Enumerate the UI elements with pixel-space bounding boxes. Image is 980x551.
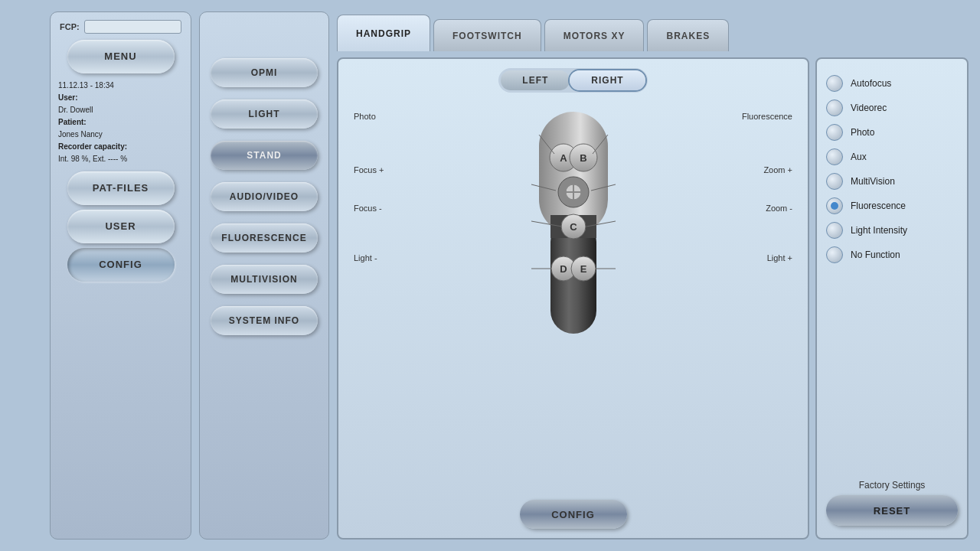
svg-text:C: C — [570, 221, 577, 233]
opmi-button[interactable]: OPMI — [211, 58, 318, 87]
factory-settings-label: Factory Settings — [826, 480, 958, 491]
audio-video-button[interactable]: AUDIO/VIDEO — [211, 182, 318, 211]
fluorescence-option[interactable]: Fluorescence — [826, 197, 958, 214]
light-intensity-option[interactable]: Light Intensity — [826, 222, 958, 239]
config-button[interactable]: CONFIG — [67, 248, 175, 282]
svg-text:D: D — [560, 263, 567, 275]
fcp-input[interactable] — [84, 20, 181, 34]
left-button[interactable]: LEFT — [501, 70, 570, 90]
tab-brakes[interactable]: BRAKES — [647, 19, 729, 51]
focus-minus-label: Focus - — [354, 204, 382, 213]
info-box: 11.12.13 - 18:34 User: Dr. Dowell Patien… — [58, 80, 183, 165]
left-sidebar: FCP: MENU 11.12.13 - 18:34 User: Dr. Dow… — [50, 11, 191, 540]
videorec-radio[interactable] — [826, 99, 843, 116]
aux-label: Aux — [851, 152, 867, 162]
no-function-option[interactable]: No Function — [826, 246, 958, 263]
user-button[interactable]: USER — [67, 210, 175, 243]
no-function-label: No Function — [851, 249, 900, 260]
multivision-label-fn: MultiVision — [851, 176, 895, 187]
multivision-button[interactable]: MULTIVISION — [211, 265, 318, 294]
light-button[interactable]: LIGHT — [211, 99, 318, 129]
aux-option[interactable]: Aux — [826, 148, 958, 165]
zoom-plus-label: Zoom + — [763, 165, 792, 174]
autofocus-radio[interactable] — [826, 75, 843, 92]
fcp-label: FCP: — [60, 22, 80, 31]
system-info-button[interactable]: SYSTEM INFO — [211, 306, 318, 335]
svg-text:A: A — [560, 152, 567, 164]
content-row: LEFT RIGHT Photo Fluorescence Focus + Zo… — [337, 57, 969, 540]
recorder-value: Int. 98 %, Ext. ---- % — [58, 153, 183, 165]
autofocus-label: Autofocus — [851, 78, 891, 89]
photo-radio[interactable] — [826, 124, 843, 141]
light-plus-label: Light + — [767, 253, 792, 262]
fluorescence-radio[interactable] — [826, 197, 843, 214]
fluorescence-button[interactable]: FLUORESCENCE — [211, 223, 318, 253]
tab-handgrip[interactable]: HANDGRIP — [337, 15, 430, 51]
light-intensity-radio[interactable] — [826, 222, 843, 239]
tab-motors-xy[interactable]: MOTORS XY — [544, 19, 645, 51]
no-function-radio[interactable] — [826, 246, 843, 263]
aux-radio[interactable] — [826, 148, 843, 165]
fluorescence-label-fn: Fluorescence — [851, 201, 906, 211]
videorec-option[interactable]: Videorec — [826, 99, 958, 116]
pat-files-button[interactable]: PAT-FILES — [67, 171, 175, 205]
remote-control: A B C — [524, 108, 623, 348]
multivision-option[interactable]: MultiVision — [826, 173, 958, 190]
focus-plus-label: Focus + — [354, 165, 384, 174]
handgrip-panel: LEFT RIGHT Photo Fluorescence Focus + Zo… — [337, 57, 809, 540]
recorder-label: Recorder capacity: — [58, 142, 127, 151]
main-area: HANDGRIP FOOTSWITCH MOTORS XY BRAKES LEF… — [337, 11, 969, 540]
patient-value: Jones Nancy — [58, 129, 183, 141]
photo-option[interactable]: Photo — [826, 124, 958, 141]
config-bottom-button[interactable]: CONFIG — [520, 500, 627, 529]
svg-text:E: E — [580, 263, 586, 275]
zoom-minus-label: Zoom - — [766, 204, 792, 213]
fcp-bar: FCP: — [60, 20, 181, 34]
lr-selector: LEFT RIGHT — [498, 68, 647, 93]
multivision-radio[interactable] — [826, 173, 843, 190]
autofocus-option[interactable]: Autofocus — [826, 75, 958, 92]
reset-button[interactable]: RESET — [826, 495, 958, 526]
function-panel: Autofocus Videorec Photo Aux MultiVision… — [815, 57, 969, 540]
mid-panel: OPMI LIGHT STAND AUDIO/VIDEO FLUORESCENC… — [199, 11, 329, 540]
patient-label: Patient: — [58, 118, 87, 126]
user-label: User: — [58, 93, 78, 102]
datetime: 11.12.13 - 18:34 — [58, 80, 183, 92]
stand-button[interactable]: STAND — [211, 141, 318, 170]
tab-footswitch[interactable]: FOOTSWITCH — [433, 19, 541, 51]
user-value: Dr. Dowell — [58, 104, 183, 116]
right-button[interactable]: RIGHT — [570, 70, 645, 90]
fluorescence-label: Fluorescence — [742, 112, 792, 121]
photo-label-fn: Photo — [851, 127, 874, 138]
videorec-label: Videorec — [851, 103, 887, 113]
menu-button[interactable]: MENU — [67, 40, 175, 73]
tabs-bar: HANDGRIP FOOTSWITCH MOTORS XY BRAKES — [337, 11, 969, 51]
photo-label: Photo — [354, 112, 376, 121]
light-intensity-label: Light Intensity — [851, 225, 907, 236]
svg-text:B: B — [580, 152, 586, 164]
diagram-area: Photo Fluorescence Focus + Zoom + Focus … — [338, 93, 808, 500]
light-minus-label: Light - — [354, 253, 377, 262]
